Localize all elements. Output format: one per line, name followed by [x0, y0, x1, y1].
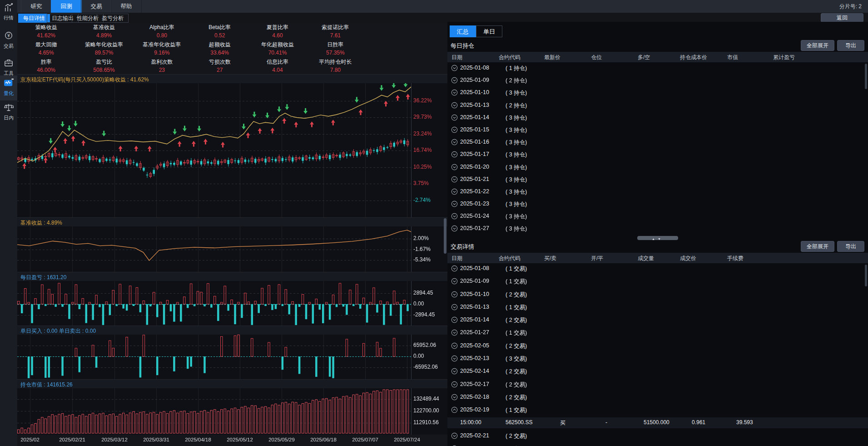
trade-row[interactable]: 2025-02-24( 1 交易) — [447, 443, 868, 446]
position-row[interactable]: 2025-01-14( 3 持仓) — [447, 112, 868, 124]
position-row[interactable]: 2025-01-08( 1 持仓) — [447, 62, 868, 75]
trade-row[interactable]: 2025-02-13( 3 交易) — [447, 353, 868, 366]
chevron-down-icon[interactable] — [451, 176, 458, 183]
menu-item-research[interactable]: 研究 — [21, 0, 52, 13]
chevron-down-icon[interactable] — [451, 291, 458, 298]
chevron-down-icon[interactable] — [451, 213, 458, 220]
benchmark-chart-title-strip: 基准收益 : 4.89% — [17, 217, 447, 226]
chevron-down-icon[interactable] — [451, 432, 458, 439]
chevron-down-icon[interactable] — [451, 164, 458, 170]
chevron-down-icon[interactable] — [451, 304, 458, 311]
trades-expand-all-button[interactable]: 全部展开 — [801, 241, 834, 252]
position-row[interactable]: 2025-01-23( 3 持仓) — [447, 198, 868, 210]
position-row[interactable]: 2025-01-27( 3 持仓) — [447, 223, 868, 235]
chevron-down-icon[interactable] — [451, 342, 458, 349]
top-menu-bar: 研究 回测 交易 帮助 分片号: 2 — [17, 0, 868, 13]
trade-row[interactable]: 2025-01-27( 1 交易) — [447, 327, 868, 340]
position-row[interactable]: 2025-01-09( 2 持仓) — [447, 75, 868, 87]
chevron-down-icon[interactable] — [451, 225, 458, 232]
chevron-down-icon[interactable] — [451, 368, 458, 375]
row-count: ( 2 交易) — [506, 432, 527, 440]
tab-single-day[interactable]: 单日 — [476, 25, 502, 37]
stat-value: 9.16% — [154, 50, 169, 56]
stat-value: 33.64% — [210, 50, 229, 56]
trade-row[interactable]: 2025-02-21( 2 交易) — [447, 430, 868, 443]
stat-value: 46.00% — [37, 67, 55, 73]
position-row[interactable]: 2025-01-24( 3 持仓) — [447, 210, 868, 223]
menu-item-backtest[interactable]: 回测 — [51, 0, 82, 13]
row-date: 2025-02-19 — [460, 406, 489, 413]
chevron-down-icon[interactable] — [451, 89, 458, 96]
chevron-down-icon[interactable] — [451, 65, 458, 71]
back-button[interactable]: 返回 — [821, 13, 863, 22]
chevron-down-icon[interactable] — [451, 114, 458, 121]
chevron-down-icon[interactable] — [451, 329, 458, 336]
trade-row[interactable]: 2025-02-17( 2 交易) — [447, 379, 868, 391]
trade-detail-cell: 562500.SS — [506, 419, 532, 426]
trade-row[interactable]: 2025-02-05( 2 交易) — [447, 340, 868, 353]
position-row[interactable]: 2025-01-22( 3 持仓) — [447, 186, 868, 198]
sidebar-item-tools[interactable]: 工具 — [0, 58, 17, 77]
daily-pnl-title: 每日盈亏 : 1631.20 — [20, 274, 66, 281]
chevron-down-icon[interactable] — [451, 265, 458, 272]
position-row[interactable]: 2025-01-10( 3 持仓) — [447, 87, 868, 99]
trade-row[interactable]: 2025-01-14( 2 交易) — [447, 314, 868, 327]
positions-export-button[interactable]: 导出 — [837, 40, 864, 51]
positions-expand-all-button[interactable]: 全部展开 — [801, 40, 834, 51]
position-row[interactable]: 2025-01-21( 3 持仓) — [447, 174, 868, 186]
stat-cell: 超额收益33.64% — [191, 40, 248, 57]
position-row[interactable]: 2025-01-17( 3 持仓) — [447, 149, 868, 161]
sidebar-item-market[interactable]: 行情 — [0, 3, 17, 21]
position-row[interactable]: 2025-01-20( 3 持仓) — [447, 161, 868, 174]
chevron-down-icon[interactable] — [451, 188, 458, 195]
trade-row[interactable]: 2025-01-10( 2 交易) — [447, 289, 868, 301]
positions-scrollbar[interactable] — [865, 64, 867, 89]
trade-row[interactable]: 2025-01-08( 1 交易) — [447, 263, 868, 276]
menu-item-help[interactable]: 帮助 — [111, 0, 142, 13]
sidebar-item-quant[interactable]: 量化 — [0, 75, 17, 100]
chevron-down-icon[interactable] — [451, 355, 458, 362]
trade-row[interactable]: 2025-02-19( 1 交易) — [447, 404, 868, 417]
panel-splitter-scrollbar[interactable]: ▲▼ — [637, 236, 678, 240]
stat-value: 0.80 — [157, 32, 167, 39]
chevron-down-icon[interactable] — [451, 381, 458, 388]
position-row[interactable]: 2025-01-16( 3 持仓) — [447, 136, 868, 149]
trade-row[interactable]: 2025-02-18( 2 交易) — [447, 391, 868, 404]
chevron-down-icon[interactable] — [451, 151, 458, 158]
chevron-down-icon[interactable] — [451, 102, 458, 109]
sidebar-item-trade[interactable]: ¥ 交易 — [0, 31, 17, 50]
strategy-charts-canvas[interactable] — [17, 74, 447, 445]
charts-vertical-scrollbar[interactable] — [444, 218, 446, 254]
trades-scrollbar[interactable] — [865, 265, 867, 286]
trade-row[interactable]: 2025-01-09( 1 交易) — [447, 276, 868, 288]
menu-item-trade[interactable]: 交易 — [81, 0, 112, 13]
row-date: 2025-01-14 — [460, 114, 489, 120]
tab-summary[interactable]: 汇总 — [450, 25, 476, 37]
trades-section-title: 交易详情 — [451, 243, 474, 251]
chevron-down-icon[interactable] — [451, 394, 458, 401]
chevron-down-icon[interactable] — [451, 200, 458, 207]
chevron-down-icon[interactable] — [451, 139, 458, 145]
trade-detail-cell: 39.593 — [736, 419, 753, 426]
row-count: ( 2 交易) — [506, 368, 527, 376]
chevron-down-icon[interactable] — [451, 77, 458, 84]
row-count: ( 3 持仓) — [506, 114, 527, 122]
column-header: 成交价 — [680, 255, 696, 262]
trades-export-button[interactable]: 导出 — [837, 241, 864, 252]
chevron-up-icon[interactable] — [451, 406, 458, 413]
position-row[interactable]: 2025-01-13( 2 持仓) — [447, 100, 868, 112]
row-count: ( 3 交易) — [506, 355, 527, 363]
chevron-down-icon[interactable] — [451, 278, 458, 285]
trade-row[interactable]: 2025-01-13( 1 交易) — [447, 301, 868, 314]
position-row[interactable]: 2025-01-15( 3 持仓) — [447, 124, 868, 136]
sidebar-item-label: 交易 — [0, 43, 17, 50]
trade-detail-row[interactable]: 15:00:00562500.SS买-51500.0000.96139.593 — [447, 417, 868, 428]
sidebar-item-intraday[interactable]: 日内 — [0, 103, 17, 121]
tab-pnl-analysis[interactable]: 盈亏分析 — [97, 14, 129, 23]
tab-daily-detail[interactable]: 每日详情 — [18, 14, 50, 23]
chevron-down-icon[interactable] — [451, 316, 458, 323]
chevron-down-icon[interactable] — [451, 126, 458, 133]
stat-label: 最大回撤 — [35, 41, 57, 49]
trade-row[interactable]: 2025-02-14( 2 交易) — [447, 366, 868, 378]
stat-cell: 信息比率4.04 — [248, 57, 306, 74]
